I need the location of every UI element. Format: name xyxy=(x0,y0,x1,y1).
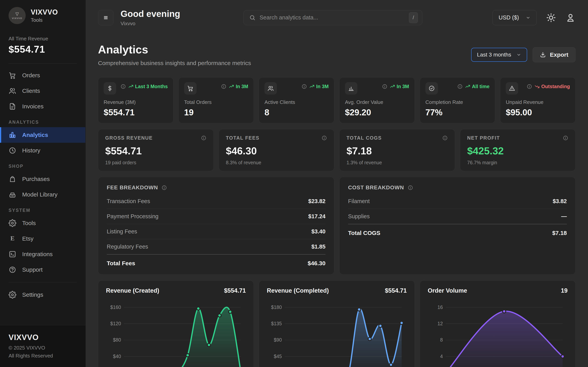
box-icon xyxy=(9,191,16,199)
sidebar-item-purchases[interactable]: Purchases xyxy=(0,171,85,187)
fee-row-label: Listing Fees xyxy=(107,228,137,235)
kpi-card-revenue-3m: Last 3 Months Revenue (3M) $554.71 xyxy=(98,77,173,123)
revenue-completed-chart: $0$45$90$135$180W1W2W3W4W5W6W7W8W9W10W12 xyxy=(267,297,406,367)
sidebar-item-history[interactable]: History xyxy=(0,143,85,158)
summary-label: TOTAL COGS xyxy=(346,135,382,141)
sidebar-item-tools[interactable]: Tools xyxy=(0,215,85,231)
info-icon[interactable] xyxy=(407,185,413,191)
file-icon xyxy=(9,102,16,110)
summary-value: $7.18 xyxy=(346,145,448,157)
chart-card-revenue-completed: Revenue (Completed) $554.71 $0$45$90$135… xyxy=(259,280,415,367)
fee-breakdown-card: FEE BREAKDOWN Transaction Fees $23.82 Pa… xyxy=(98,177,334,275)
cost-breakdown-card: COST BREAKDOWN Filament $3.82 Supplies —… xyxy=(339,177,576,275)
info-icon[interactable] xyxy=(301,84,307,89)
summary-subtext: 1.3% of revenue xyxy=(346,160,448,166)
fee-row-label: Payment Processing xyxy=(107,213,158,220)
sidebar-item-label: Orders xyxy=(22,72,40,79)
kpi-card-active-clients: In 3M Active Clients 8 xyxy=(259,77,334,123)
sidebar-item-model-library[interactable]: Model Library xyxy=(0,187,85,202)
cost-row-supplies: Supplies — xyxy=(348,209,567,224)
sidebar-item-label: Tools xyxy=(22,220,36,226)
breakdown-row: FEE BREAKDOWN Transaction Fees $23.82 Pa… xyxy=(98,177,576,275)
sidebar-item-label: Settings xyxy=(22,292,43,298)
date-range-value: Last 3 months xyxy=(477,52,511,58)
chart-title: Revenue (Created) xyxy=(106,287,159,294)
summary-value: $554.71 xyxy=(105,145,207,157)
search-shortcut-key: / xyxy=(409,12,418,23)
users-icon xyxy=(9,87,16,95)
sidebar-item-clients[interactable]: Clients xyxy=(0,83,85,99)
currency-select[interactable]: USD ($) xyxy=(493,10,537,25)
chart-icon xyxy=(9,131,16,139)
sidebar-item-analytics[interactable]: Analytics xyxy=(0,127,85,143)
page-title: Analytics xyxy=(98,43,251,56)
page-header: Analytics Comprehensive business insight… xyxy=(98,43,576,67)
info-icon[interactable] xyxy=(442,135,448,141)
export-button[interactable]: Export xyxy=(533,47,576,62)
fee-row-label: Regulatory Fees xyxy=(107,243,148,250)
charts-row: Revenue (Created) $554.71 $0$40$80$120$1… xyxy=(98,280,576,367)
fee-row-regulatory-fees: Regulatory Fees $1.85 xyxy=(107,239,326,254)
trendup-icon xyxy=(128,84,134,89)
check-icon xyxy=(428,85,435,92)
trendup-icon xyxy=(309,84,315,89)
info-icon[interactable] xyxy=(120,84,126,89)
svg-text:$180: $180 xyxy=(271,304,282,310)
summary-subtext: 8.3% of revenue xyxy=(226,160,327,166)
bars-icon xyxy=(348,85,355,92)
clock-icon xyxy=(9,147,16,154)
summary-value: $46.30 xyxy=(226,145,327,157)
kpi-badge: All time xyxy=(472,84,489,89)
sidebar-item-integrations[interactable]: Integrations xyxy=(0,246,85,262)
etsy-icon: E xyxy=(9,235,16,242)
kpi-card-avg-order-value: In 3M Avg. Order Value $29.20 xyxy=(339,77,415,123)
chart-card-revenue-created: Revenue (Created) $554.71 $0$40$80$120$1… xyxy=(98,280,254,367)
app-root: ▽ VIXVVO VIXVVO Tools All Time Revenue $… xyxy=(0,0,588,367)
sidebar-item-etsy[interactable]: E Etsy xyxy=(0,231,85,246)
search-bar[interactable]: / xyxy=(243,10,422,25)
fee-row-listing-fees: Listing Fees $3.40 xyxy=(107,224,326,239)
info-icon[interactable] xyxy=(527,84,532,89)
sidebar-item-label: Purchases xyxy=(22,176,50,182)
kpi-badge: In 3M xyxy=(397,84,409,89)
sidebar-item-settings[interactable]: Settings xyxy=(0,287,85,302)
info-icon[interactable] xyxy=(201,135,207,141)
user-profile-icon[interactable] xyxy=(565,13,576,23)
menu-icon[interactable] xyxy=(98,10,113,25)
svg-text:$90: $90 xyxy=(274,337,282,342)
sidebar-item-support[interactable]: Support xyxy=(0,262,85,277)
summary-label: TOTAL FEES xyxy=(226,135,259,141)
cart-icon xyxy=(187,85,194,92)
svg-text:$80: $80 xyxy=(113,337,121,342)
summary-subtext: 76.7% margin xyxy=(467,160,569,166)
kpi-value: $29.20 xyxy=(345,108,409,117)
svg-text:16: 16 xyxy=(437,304,443,310)
cost-row-label: Filament xyxy=(348,198,370,204)
kpi-badge: Last 3 Months xyxy=(135,84,168,89)
users-icon xyxy=(267,85,274,92)
greeting: Good evening Vixvvo xyxy=(121,8,180,27)
all-time-revenue-label: All Time Revenue xyxy=(9,36,77,42)
sidebar-item-label: Analytics xyxy=(22,132,48,138)
cost-row-filament: Filament $3.82 xyxy=(348,194,567,209)
date-range-select[interactable]: Last 3 months xyxy=(471,48,527,62)
info-icon[interactable] xyxy=(321,135,327,141)
info-icon[interactable] xyxy=(563,135,568,141)
trendup-icon xyxy=(390,84,395,89)
page-header-text: Analytics Comprehensive business insight… xyxy=(98,43,251,67)
search-input[interactable] xyxy=(259,14,405,21)
sidebar-item-orders[interactable]: Orders xyxy=(0,67,85,83)
kpi-badge: In 3M xyxy=(316,84,329,89)
sidebar-item-invoices[interactable]: Invoices xyxy=(0,99,85,114)
chart-title: Revenue (Completed) xyxy=(267,287,329,294)
fee-row-value: $17.24 xyxy=(308,213,326,220)
theme-toggle-sun-icon[interactable] xyxy=(546,13,556,23)
info-icon[interactable] xyxy=(221,84,226,89)
page-subtitle: Comprehensive business insights and perf… xyxy=(98,60,251,67)
info-icon[interactable] xyxy=(161,185,167,191)
info-icon[interactable] xyxy=(457,84,463,89)
info-icon[interactable] xyxy=(382,84,388,89)
brand-name: VIXVVO xyxy=(31,8,58,16)
sidebar-item-label: Invoices xyxy=(22,103,43,110)
kpi-card-unpaid-revenue: Outstanding Unpaid Revenue $95.00 xyxy=(500,77,576,123)
